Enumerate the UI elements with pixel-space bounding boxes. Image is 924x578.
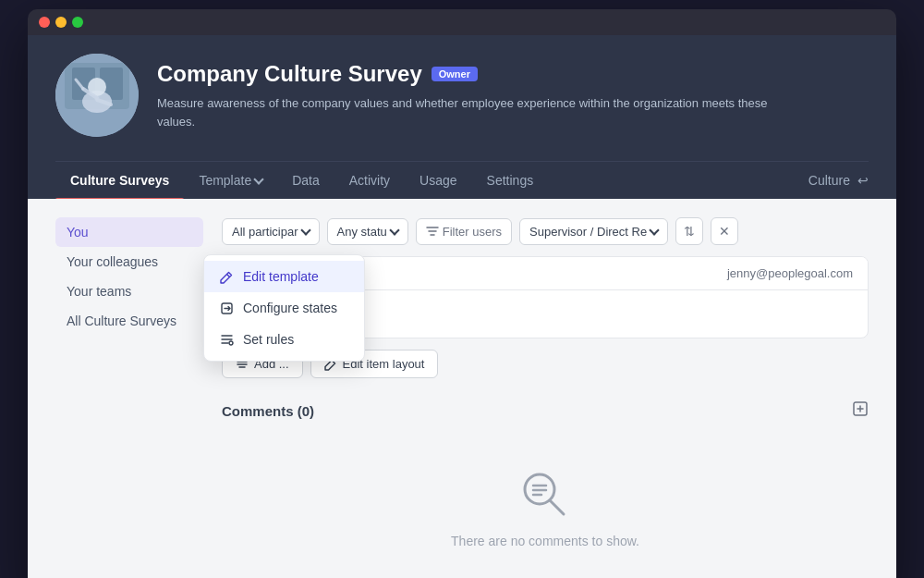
svg-line-11 [550, 500, 564, 514]
sidebar-item-you[interactable]: You [55, 217, 203, 247]
add-comment-icon[interactable] [852, 400, 869, 421]
status-filter[interactable]: Any statu [327, 218, 408, 245]
template-dropdown-menu: Edit template Configure states [203, 254, 365, 362]
survey-title: Company Culture Survey [157, 61, 422, 87]
dropdown-configure-states[interactable]: Configure states [204, 292, 364, 324]
tab-settings[interactable]: Settings [472, 162, 549, 199]
owner-badge: Owner [432, 67, 478, 81]
tab-activity[interactable]: Activity [334, 162, 405, 199]
dropdown-set-rules[interactable]: Set rules [204, 324, 364, 355]
tab-template[interactable]: Template [184, 162, 277, 199]
participants-chevron [300, 225, 310, 235]
survey-avatar [55, 54, 139, 137]
title-bar [28, 9, 896, 35]
close-dot[interactable] [39, 17, 50, 28]
comments-section: Comments (0) [222, 400, 869, 576]
svg-point-16 [229, 341, 233, 345]
filter-bar: All participar Any statu Filter users Su… [222, 217, 869, 245]
empty-search-icon [516, 463, 575, 523]
survey-info: Company Culture Survey Owner Measure awa… [157, 54, 869, 130]
nav-right: Culture ↩ [808, 173, 869, 188]
maximize-dot[interactable] [72, 17, 83, 28]
dropdown-edit-template[interactable]: Edit template [204, 261, 364, 292]
close-filter-btn[interactable]: ✕ [711, 217, 738, 245]
back-icon[interactable]: ↩ [857, 173, 869, 188]
nav-tabs: Culture Surveys Template Data Activity U… [55, 161, 869, 199]
filter-users-btn[interactable]: Filter users [416, 218, 512, 245]
main-content: You Your colleagues Your teams All Cultu… [28, 199, 896, 578]
supervisor-chevron [650, 225, 660, 235]
configure-states-icon [219, 301, 234, 315]
template-dropdown-chevron [254, 174, 264, 184]
app-window: Company Culture Survey Owner Measure awa… [28, 9, 896, 578]
table-email-header: jenny@peoplegoal.com [727, 266, 853, 280]
filter-icon [426, 225, 439, 238]
sidebar-item-all[interactable]: All Culture Surveys [55, 306, 203, 336]
survey-description: Measure awareness of the company values … [157, 94, 785, 130]
minimize-dot[interactable] [55, 17, 67, 28]
comments-title: Comments (0) [222, 403, 314, 419]
participants-filter[interactable]: All participar [222, 218, 320, 245]
comments-empty: There are no comments to show. [222, 436, 869, 576]
sidebar-item-colleagues[interactable]: Your colleagues [55, 247, 203, 277]
page-header: Company Culture Survey Owner Measure awa… [28, 35, 896, 199]
status-chevron [389, 225, 399, 235]
edit-template-icon [219, 270, 234, 284]
supervisor-filter[interactable]: Supervisor / Direct Re [519, 218, 668, 245]
sort-btn[interactable]: ⇅ [675, 217, 703, 245]
sidebar-item-teams[interactable]: Your teams [55, 277, 203, 306]
tab-data[interactable]: Data [277, 162, 334, 199]
tab-usage[interactable]: Usage [405, 162, 471, 199]
sidebar: You Your colleagues Your teams All Cultu… [55, 217, 203, 336]
set-rules-icon [219, 333, 234, 347]
tab-culture-surveys[interactable]: Culture Surveys [55, 162, 184, 199]
comments-empty-message: There are no comments to show. [451, 534, 639, 548]
